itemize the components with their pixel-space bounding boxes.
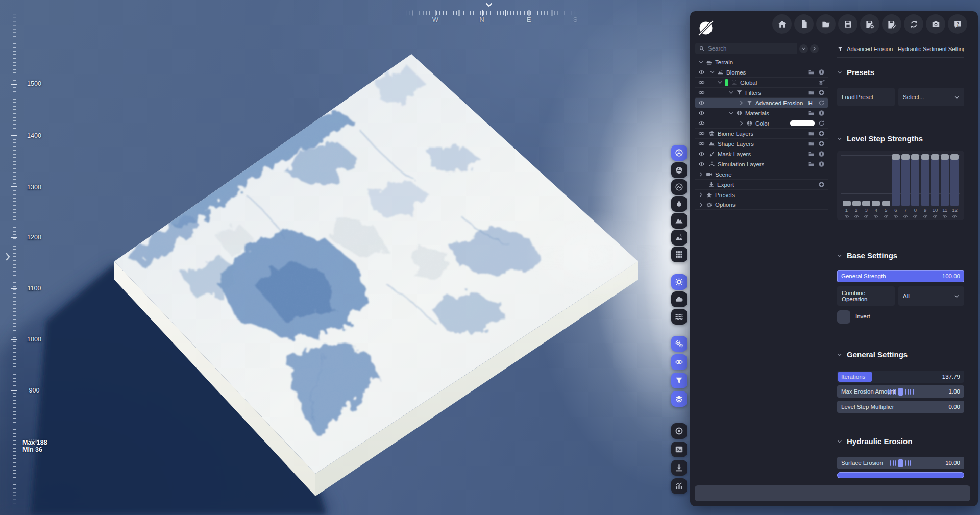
- eye-icon[interactable]: [698, 89, 705, 96]
- level-step-slider-11[interactable]: 11: [941, 154, 949, 219]
- collapse-all-button[interactable]: [799, 44, 808, 53]
- level-step-slider-12[interactable]: 12: [950, 154, 959, 219]
- tree-row-biome-layers[interactable]: Biome Layers: [695, 128, 828, 138]
- chevron-down-icon[interactable]: [698, 59, 704, 65]
- search-field[interactable]: [695, 43, 797, 54]
- search-input[interactable]: [708, 45, 794, 52]
- eye-icon[interactable]: [698, 161, 705, 167]
- tree-row-options[interactable]: Options: [695, 200, 828, 210]
- folder-icon[interactable]: [808, 89, 815, 96]
- eye-icon[interactable]: [923, 214, 928, 219]
- layers-button[interactable]: [671, 391, 687, 407]
- add-layer-icon[interactable]: [818, 79, 825, 86]
- add-icon[interactable]: [818, 89, 825, 96]
- max-erosion-amount-scrubber[interactable]: Max Erosion Amount 1.00: [837, 385, 964, 398]
- visibility-button[interactable]: [671, 354, 687, 370]
- eye-icon[interactable]: [873, 214, 878, 219]
- level-step-slider-1[interactable]: 1: [842, 154, 851, 219]
- tree-row-biomes[interactable]: Biomes: [695, 67, 828, 77]
- home-button[interactable]: [772, 14, 792, 34]
- folder-icon[interactable]: [808, 130, 815, 137]
- clipped-slider[interactable]: [837, 472, 964, 478]
- invert-checkbox[interactable]: [837, 310, 850, 324]
- tree-row-presets[interactable]: Presets: [695, 189, 828, 200]
- section-general-settings[interactable]: General Settings: [837, 350, 908, 359]
- export-heightmap-button[interactable]: [671, 460, 687, 476]
- chevron-down-icon[interactable]: [728, 110, 734, 116]
- eye-icon[interactable]: [884, 214, 889, 219]
- tree-row-filters[interactable]: Filters: [695, 87, 828, 97]
- eye-icon[interactable]: [698, 140, 705, 147]
- section-hydraulic-erosion[interactable]: Hydraulic Erosion: [837, 437, 912, 446]
- add-icon[interactable]: [818, 161, 825, 167]
- stats-button[interactable]: [671, 478, 687, 494]
- tree-row-materials[interactable]: Materials: [695, 108, 828, 118]
- eye-icon[interactable]: [698, 130, 705, 137]
- tree-row-shape-layers[interactable]: Shape Layers: [695, 138, 828, 149]
- eye-icon[interactable]: [698, 151, 705, 157]
- folder-icon[interactable]: [808, 69, 815, 76]
- slider-handle[interactable]: [911, 154, 919, 160]
- eye-icon[interactable]: [913, 214, 918, 219]
- scrubber-handle[interactable]: [890, 459, 912, 467]
- slider-handle[interactable]: [901, 154, 910, 160]
- wireframe-view-button[interactable]: [671, 179, 687, 195]
- refresh-icon[interactable]: [818, 100, 825, 106]
- level-step-slider-9[interactable]: 9: [921, 154, 929, 219]
- color-swatch[interactable]: [790, 120, 815, 126]
- slider-handle[interactable]: [862, 201, 870, 206]
- folder-icon[interactable]: [808, 151, 815, 157]
- level-step-slider-2[interactable]: 2: [852, 154, 861, 219]
- level-step-slider-5[interactable]: 5: [881, 154, 890, 219]
- section-level-step-strengths[interactable]: Level Step Strengths: [837, 134, 923, 143]
- open-project-button[interactable]: [816, 14, 836, 34]
- slider-handle[interactable]: [950, 154, 959, 160]
- tree-row-color[interactable]: Color: [695, 118, 828, 128]
- chevron-right-icon[interactable]: [698, 202, 704, 208]
- shaded-view-button[interactable]: [671, 145, 687, 161]
- add-icon[interactable]: [818, 69, 825, 76]
- general-strength-slider[interactable]: General Strength 100.00: [837, 270, 964, 282]
- tree-row-global[interactable]: Global: [695, 77, 828, 87]
- section-base-settings[interactable]: Base Settings: [837, 251, 897, 260]
- folder-icon[interactable]: [808, 161, 815, 167]
- auto-build-button[interactable]: [671, 336, 687, 352]
- eye-icon[interactable]: [844, 214, 849, 219]
- terrain-3d-render[interactable]: [0, 0, 694, 515]
- chevron-right-icon[interactable]: [698, 171, 704, 177]
- tree-row-terrain[interactable]: Terrain: [695, 57, 828, 67]
- slider-handle[interactable]: [921, 154, 929, 160]
- section-presets[interactable]: Presets: [837, 68, 874, 77]
- add-icon[interactable]: [818, 181, 825, 188]
- chevron-right-icon[interactable]: [739, 100, 744, 106]
- slider-handle[interactable]: [852, 201, 861, 206]
- combine-operation-dropdown[interactable]: All: [898, 286, 964, 306]
- eye-icon[interactable]: [942, 214, 947, 219]
- level-step-multiplier-slider[interactable]: Level Step Multiplier 0.00: [837, 401, 964, 413]
- level-step-slider-6[interactable]: 6: [891, 154, 900, 219]
- refresh-icon[interactable]: [818, 120, 825, 127]
- tree-row-scene[interactable]: Scene: [695, 169, 828, 179]
- chevron-right-icon[interactable]: [698, 192, 704, 198]
- add-icon[interactable]: [818, 140, 825, 147]
- eye-icon[interactable]: [698, 120, 705, 127]
- slider-handle[interactable]: [931, 154, 939, 160]
- add-icon[interactable]: [818, 151, 825, 157]
- surface-erosion-scrubber[interactable]: Surface Erosion 10.00: [837, 457, 964, 469]
- slider-handle[interactable]: [843, 201, 851, 206]
- tree-row-simulation-layers[interactable]: Simulation Layers: [695, 159, 828, 169]
- eye-icon[interactable]: [698, 69, 705, 76]
- tree-row-export[interactable]: Export: [695, 179, 828, 189]
- panel-expander-icon[interactable]: [5, 252, 11, 261]
- slider-handle[interactable]: [882, 201, 890, 206]
- eye-icon[interactable]: [903, 214, 908, 219]
- grid-view-button[interactable]: [671, 247, 687, 262]
- eye-icon[interactable]: [698, 110, 705, 116]
- eye-icon[interactable]: [698, 100, 705, 106]
- load-preset-dropdown[interactable]: Select...: [898, 88, 964, 106]
- chevron-down-icon[interactable]: [709, 69, 715, 75]
- chevron-down-icon[interactable]: [717, 80, 723, 85]
- filters-button[interactable]: [671, 373, 687, 388]
- iterations-slider[interactable]: Iterations 137.79: [837, 371, 964, 383]
- chevron-right-icon[interactable]: [739, 120, 744, 126]
